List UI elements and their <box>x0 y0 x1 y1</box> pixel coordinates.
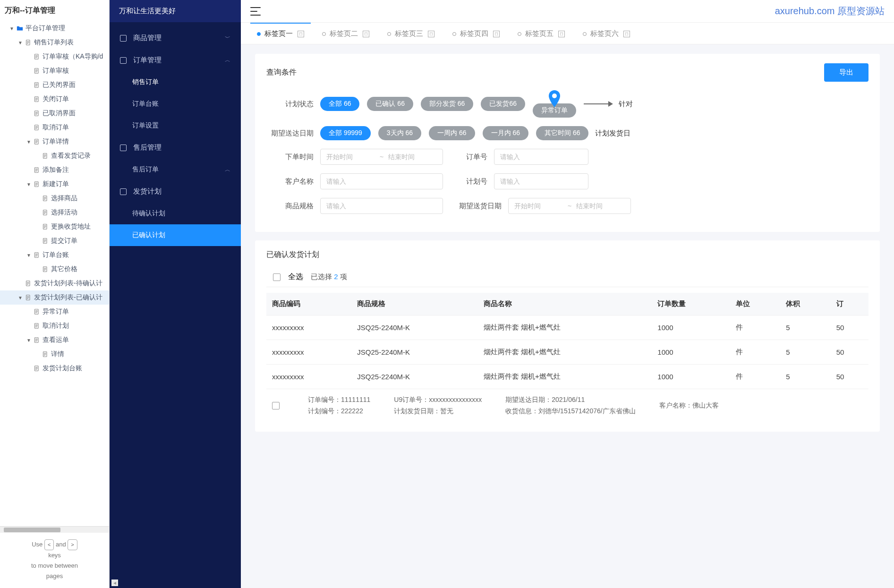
table-row[interactable]: xxxxxxxxxJSQ25-2240M-K烟灶两件套 烟机+燃气灶1000件5… <box>266 340 868 365</box>
filter-pill[interactable]: 一周内 66 <box>429 126 475 140</box>
table-row[interactable]: xxxxxxxxxJSQ25-2240M-K烟灶两件套 烟机+燃气灶1000件5… <box>266 365 868 389</box>
hamburger-icon[interactable] <box>250 7 261 16</box>
select-all-checkbox[interactable] <box>273 273 281 281</box>
tree-item[interactable]: 更换收货地址 <box>0 220 109 234</box>
tree-label: 更换收货地址 <box>51 222 91 231</box>
tree-item[interactable]: 异常订单 <box>0 305 109 319</box>
tree-item[interactable]: ▼平台订单管理 <box>0 21 109 35</box>
tree-item[interactable]: 选择商品 <box>0 191 109 205</box>
filter-pill[interactable]: 部分发货 66 <box>421 97 473 111</box>
expect-end[interactable] <box>576 202 625 210</box>
order-time-start[interactable] <box>326 153 375 161</box>
tree-label: 新建订单 <box>43 180 69 188</box>
tab-close-icon[interactable]: □ <box>623 31 630 37</box>
menu-label: 已确认计划 <box>132 231 165 239</box>
tree-item[interactable]: 发货计划台账 <box>0 361 109 375</box>
tree-item[interactable]: ▼新建订单 <box>0 177 109 191</box>
tab-item[interactable]: 标签页二□ <box>315 23 376 44</box>
order-no-input[interactable] <box>494 149 588 165</box>
table-cell: 5 <box>780 365 830 389</box>
tab-dot-icon <box>322 32 326 36</box>
customer-input[interactable] <box>320 173 443 189</box>
tree-item[interactable]: ▼销售订单列表 <box>0 35 109 50</box>
tree-label: 已取消界面 <box>43 109 76 118</box>
tree-item[interactable]: ▼订单详情 <box>0 135 109 149</box>
filter-pill[interactable]: 其它时间 66 <box>536 126 588 140</box>
tab-close-icon[interactable]: □ <box>298 31 304 37</box>
tree-item[interactable]: 其它价格 <box>0 262 109 276</box>
tree-label: 订单详情 <box>43 137 69 146</box>
sidebar-item[interactable]: 待确认计划 <box>110 203 241 224</box>
tree-item[interactable]: 查看发货记录 <box>0 149 109 163</box>
plan-no-input[interactable] <box>494 173 588 189</box>
expect-start[interactable] <box>514 202 563 210</box>
page-icon <box>33 322 41 330</box>
tree-item[interactable]: 订单审核 <box>0 64 109 78</box>
table-cell: 50 <box>831 340 868 365</box>
filter-pill[interactable]: 已确认 66 <box>367 97 413 111</box>
tree-item[interactable]: ▼查看运单 <box>0 333 109 347</box>
filter-pill[interactable]: 一月内 66 <box>483 126 528 140</box>
header-link[interactable]: axurehub.com 原型资源站 <box>775 5 885 17</box>
export-button[interactable]: 导出 <box>824 63 868 82</box>
tree-label: 异常订单 <box>43 307 69 316</box>
table-cell: 1000 <box>652 340 730 365</box>
main-area: axurehub.com 原型资源站 标签页一□标签页二□标签页三□标签页四□标… <box>241 0 894 588</box>
tree-item[interactable]: 订单审核（KA导购/d <box>0 50 109 64</box>
tree-item[interactable]: 详情 <box>0 347 109 361</box>
tab-label: 标签页六 <box>590 29 619 38</box>
sidebar-item[interactable]: 订单设置 <box>110 115 241 136</box>
tab-item[interactable]: 标签页四□ <box>446 23 506 44</box>
tree-item[interactable]: 添加备注 <box>0 163 109 177</box>
tab-item[interactable]: 标签页三□ <box>381 23 441 44</box>
menu-icon <box>120 35 127 42</box>
tab-close-icon[interactable]: □ <box>428 31 434 37</box>
tab-close-icon[interactable]: □ <box>558 31 565 37</box>
page-icon <box>42 195 49 202</box>
filter-pill[interactable]: 3天内 66 <box>378 126 421 140</box>
tree-item[interactable]: 已取消界面 <box>0 106 109 120</box>
sidebar-item[interactable]: 售后订单︿ <box>110 159 241 180</box>
sidebar-collapse-handle[interactable]: ◂ <box>111 579 118 586</box>
order-time-range[interactable]: ~ <box>320 149 443 165</box>
select-all-label[interactable]: 全选 <box>288 272 303 282</box>
tab-label: 标签页五 <box>525 29 553 38</box>
tree-item[interactable]: 选择活动 <box>0 205 109 220</box>
tree-item[interactable]: 提交订单 <box>0 234 109 248</box>
filter-pill[interactable]: 全部 99999 <box>320 126 371 140</box>
tree-item[interactable]: 发货计划列表-待确认计 <box>0 276 109 290</box>
sidebar-item[interactable]: 售后管理 <box>110 136 241 159</box>
tree-label: 发货计划台账 <box>43 364 82 373</box>
sidebar-item[interactable]: 商品管理﹀ <box>110 27 241 49</box>
tab-item[interactable]: 标签页六□ <box>576 23 637 44</box>
row-checkbox[interactable] <box>272 402 280 409</box>
tab-close-icon[interactable]: □ <box>493 31 500 37</box>
table-cell: 烟灶两件套 烟机+燃气灶 <box>478 340 652 365</box>
sidebar-item[interactable]: 销售订单 <box>110 71 241 93</box>
spec-input[interactable] <box>320 198 443 214</box>
sidebar-item[interactable]: 订单管理︿ <box>110 49 241 71</box>
tree-label: 销售订单列表 <box>34 38 74 47</box>
tree-item[interactable]: 取消计划 <box>0 319 109 333</box>
filter-pill[interactable]: 全部 66 <box>320 97 359 111</box>
tab-item[interactable]: 标签页五□ <box>511 23 571 44</box>
tree-item[interactable]: 关闭订单 <box>0 92 109 106</box>
filter-pill[interactable]: 已发货66 <box>481 97 525 111</box>
sidebar-item[interactable]: 已确认计划 <box>110 224 241 246</box>
expect-range[interactable]: ~ <box>508 198 631 214</box>
tree-item[interactable]: ▼发货计划列表-已确认计 <box>0 290 109 305</box>
page-icon <box>33 110 41 117</box>
sidebar-item[interactable]: 订单台账 <box>110 93 241 115</box>
tree-h-scrollbar[interactable] <box>0 526 109 533</box>
tree-item[interactable]: 取消订单 <box>0 120 109 135</box>
table-cell: 5 <box>780 340 830 365</box>
table-row[interactable]: xxxxxxxxxJSQ25-2240M-K烟灶两件套 烟机+燃气灶1000件5… <box>266 315 868 340</box>
table-header: 商品名称 <box>478 293 652 315</box>
tree-item[interactable]: 已关闭界面 <box>0 78 109 92</box>
sidebar-item[interactable]: 发货计划 <box>110 180 241 203</box>
tab-close-icon[interactable]: □ <box>363 31 369 37</box>
tab-item[interactable]: 标签页一□ <box>250 23 311 44</box>
tree-label: 平台订单管理 <box>26 24 65 33</box>
order-time-end[interactable] <box>388 153 437 161</box>
tree-item[interactable]: ▼订单台账 <box>0 248 109 262</box>
